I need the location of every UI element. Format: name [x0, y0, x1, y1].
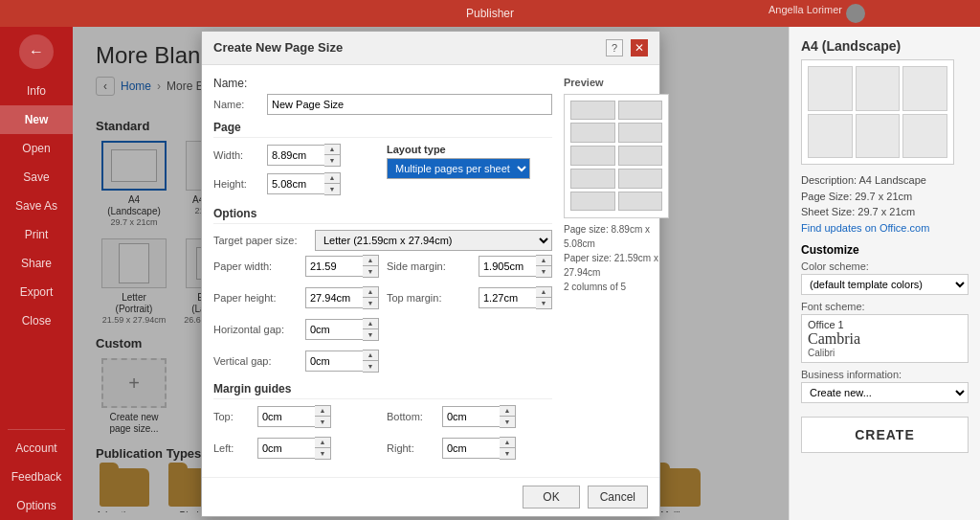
name-section-title: Name:	[213, 77, 552, 90]
sidebar-item-account[interactable]: Account	[0, 434, 73, 463]
sidebar-item-options[interactable]: Options	[0, 491, 73, 520]
preview-cell	[618, 101, 663, 121]
help-button[interactable]: ?	[606, 39, 623, 57]
ph-down[interactable]: ▼	[363, 298, 378, 308]
v-gap-input[interactable]	[305, 350, 363, 372]
sidebar-item-info[interactable]: Info	[0, 77, 73, 105]
mgl-up[interactable]: ▲	[315, 438, 330, 448]
h-gap-input[interactable]	[305, 319, 363, 340]
mgl-down[interactable]: ▼	[315, 448, 330, 459]
page-dimensions: Width: ▲ ▼	[213, 144, 552, 201]
top-bar: Publisher Angella Lorimer	[0, 0, 980, 27]
target-paper-label: Target paper size:	[213, 235, 309, 246]
pw-down[interactable]: ▼	[363, 266, 378, 277]
ok-button[interactable]: OK	[523, 486, 579, 509]
tm-up[interactable]: ▲	[536, 287, 551, 298]
color-scheme-select[interactable]: (default template colors)	[801, 274, 969, 295]
top-margin-input[interactable]	[479, 287, 536, 308]
options-section-title: Options	[213, 207, 552, 224]
vg-down[interactable]: ▼	[363, 361, 378, 372]
preview-cell-1	[808, 66, 853, 111]
mg-top-input[interactable]	[257, 406, 315, 427]
customize-title: Customize	[801, 243, 969, 257]
sidebar-item-feedback[interactable]: Feedback	[0, 463, 73, 491]
sm-down[interactable]: ▼	[536, 266, 551, 277]
paper-width-spin: ▲ ▼	[363, 255, 379, 278]
mg-bottom-input[interactable]	[442, 406, 500, 427]
preview-cell	[618, 192, 663, 212]
height-input[interactable]	[267, 173, 324, 194]
mgt-down[interactable]: ▼	[315, 417, 330, 427]
page-section-title: Page	[213, 121, 552, 138]
v-gap-spinner: ▲ ▼	[305, 350, 379, 373]
user-area: Angella Lorimer	[768, 4, 865, 23]
preview-cell-3	[902, 66, 947, 111]
sidebar-item-export[interactable]: Export	[0, 278, 73, 306]
mgb-down[interactable]: ▼	[500, 417, 515, 427]
pw-up[interactable]: ▲	[363, 256, 378, 266]
hg-down[interactable]: ▼	[363, 329, 378, 340]
name-input[interactable]	[267, 94, 552, 115]
horizontal-gap-row: Horizontal gap: ▲ ▼	[213, 318, 379, 341]
height-spin-buttons: ▲ ▼	[324, 172, 341, 195]
name-row: Name:	[213, 94, 552, 115]
color-scheme-label: Color scheme:	[801, 260, 969, 272]
side-margin-row: Side margin: ▲ ▼	[387, 255, 552, 278]
side-margin-spinner: ▲ ▼	[479, 255, 552, 278]
modal-controls: ? ✕	[606, 39, 648, 57]
mg-bottom-spinner: ▲ ▼	[442, 405, 552, 428]
preview-cell-6	[902, 114, 947, 159]
mgt-up[interactable]: ▲	[315, 406, 330, 417]
mg-right-input[interactable]	[442, 438, 500, 459]
vg-spin: ▲ ▼	[363, 350, 379, 373]
preview-grid	[564, 94, 669, 218]
mgb-up[interactable]: ▲	[500, 406, 515, 417]
sidebar-item-share[interactable]: Share	[0, 249, 73, 278]
h-gap-label: Horizontal gap:	[213, 324, 300, 335]
mgr-up[interactable]: ▲	[500, 438, 515, 448]
top-margin-spinner: ▲ ▼	[479, 286, 552, 309]
sm-up[interactable]: ▲	[536, 256, 551, 266]
preview-cell	[618, 123, 663, 143]
business-info-select[interactable]: Create new...	[801, 382, 969, 403]
height-up-button[interactable]: ▲	[324, 173, 340, 184]
width-input[interactable]	[267, 145, 324, 166]
hg-up[interactable]: ▲	[363, 319, 378, 329]
preview-info: Page size: 8.89cm x 5.08cm Paper size: 2…	[564, 222, 669, 294]
vg-up[interactable]: ▲	[363, 350, 378, 361]
width-up-button[interactable]: ▲	[324, 145, 340, 155]
sidebar-item-new[interactable]: New	[0, 105, 73, 134]
paper-width-input[interactable]	[305, 256, 363, 277]
office-link[interactable]: Find updates on Office.com	[801, 222, 929, 234]
width-down-button[interactable]: ▼	[324, 155, 340, 166]
create-button[interactable]: CREATE	[801, 417, 969, 453]
height-down-button[interactable]: ▼	[324, 184, 340, 194]
paper-height-label: Paper height:	[213, 292, 300, 304]
sidebar-item-print[interactable]: Print	[0, 220, 73, 249]
ph-up[interactable]: ▲	[363, 287, 378, 298]
mg-top-spinner: ▲ ▼	[257, 405, 379, 428]
back-button[interactable]: ←	[19, 34, 54, 69]
mgr-down[interactable]: ▼	[500, 448, 515, 459]
v-gap-label: Vertical gap:	[213, 355, 300, 367]
font-small: Calibri	[808, 348, 962, 358]
side-margin-input[interactable]	[479, 256, 536, 277]
mg-bottom-label: Bottom:	[387, 411, 436, 422]
sidebar-item-save[interactable]: Save	[0, 163, 73, 192]
mg-left-input[interactable]	[257, 438, 315, 459]
sidebar-item-open[interactable]: Open	[0, 134, 73, 163]
target-paper-select[interactable]: Letter (21.59cm x 27.94cm)	[315, 230, 552, 251]
width-label: Width:	[213, 149, 261, 161]
layout-type-select[interactable]: Multiple pages per sheet	[387, 158, 530, 179]
font-large: Cambria	[808, 330, 962, 348]
panel-description: Description: A4 Landscape Page Size: 29.…	[801, 172, 969, 236]
modal-title: Create New Page Size	[213, 40, 343, 55]
mgt-spin: ▲ ▼	[315, 405, 331, 428]
close-button[interactable]: ✕	[631, 39, 648, 57]
cancel-button[interactable]: Cancel	[588, 486, 648, 509]
font-scheme-label: Font scheme:	[801, 301, 969, 312]
sidebar-item-save-as[interactable]: Save As	[0, 192, 73, 220]
sidebar-item-close[interactable]: Close	[0, 306, 73, 335]
tm-down[interactable]: ▼	[536, 298, 551, 308]
paper-height-input[interactable]	[305, 287, 363, 308]
